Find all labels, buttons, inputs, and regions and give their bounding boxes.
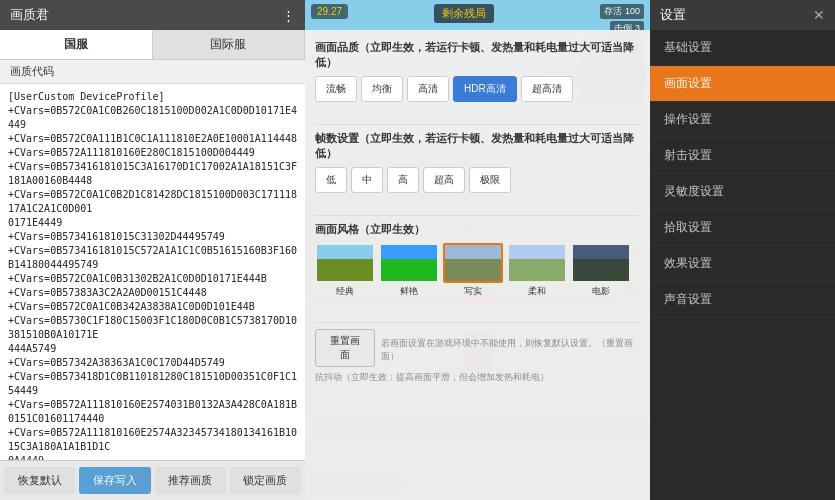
tab-domestic[interactable]: 国服 — [0, 30, 153, 59]
antishake-title: 抗抖动（立即生效：提高画面平滑，但会增加发热和耗电） — [315, 371, 640, 384]
fps-ultra[interactable]: 超高 — [423, 167, 465, 193]
style-cinema-label: 电影 — [592, 285, 610, 298]
settings-header: 设置 ✕ — [650, 0, 835, 30]
style-vivid-label: 鲜艳 — [400, 285, 418, 298]
bottom-buttons: 恢复默认 保存写入 推荐画质 锁定画质 — [0, 460, 305, 500]
nav-sound[interactable]: 声音设置 — [650, 282, 835, 318]
code-area[interactable]: [UserCustom DeviceProfile] +CVars=0B572C… — [0, 84, 305, 460]
code-section-label: 画质代码 — [0, 60, 305, 84]
fps-high[interactable]: 高 — [387, 167, 419, 193]
settings-title: 设置 — [660, 6, 686, 24]
style-soft[interactable]: 柔和 — [507, 243, 567, 298]
style-realistic-thumb[interactable] — [443, 243, 503, 283]
left-tabs: 国服 国际服 — [0, 30, 305, 60]
divider-2 — [315, 215, 640, 216]
style-cinema-thumb[interactable] — [571, 243, 631, 283]
nav-pickup[interactable]: 拾取设置 — [650, 210, 835, 246]
nav-basic[interactable]: 基础设置 — [650, 30, 835, 66]
hud-score: 29.27 — [311, 4, 348, 19]
settings-close-icon[interactable]: ✕ — [813, 7, 825, 23]
restore-button[interactable]: 恢复默认 — [4, 467, 75, 494]
framerate-section: 帧数设置（立即生效，若运行卡顿、发热量和耗电量过大可适当降低） 低 中 高 超高… — [315, 131, 640, 199]
nav-graphics[interactable]: 画面设置 — [650, 66, 835, 102]
left-header: 画质君 ⋮ — [0, 0, 305, 30]
nav-effects[interactable]: 效果设置 — [650, 246, 835, 282]
style-realistic[interactable]: 写实 — [443, 243, 503, 298]
style-classic-label: 经典 — [336, 285, 354, 298]
framerate-options: 低 中 高 超高 极限 — [315, 167, 640, 193]
style-vivid[interactable]: 鲜艳 — [379, 243, 439, 298]
divider-3 — [315, 322, 640, 323]
tab-international[interactable]: 国际服 — [153, 30, 306, 59]
quality-smooth[interactable]: 流畅 — [315, 76, 357, 102]
quality-section-title: 画面品质（立即生效，若运行卡顿、发热量和耗电量过大可适当降低） — [315, 40, 640, 70]
divider-1 — [315, 124, 640, 125]
nav-sensitivity[interactable]: 灵敏度设置 — [650, 174, 835, 210]
fps-extreme[interactable]: 极限 — [469, 167, 511, 193]
antishake-section: 重置画面 若画面设置在游戏环境中不能使用，则恢复默认设置。（重置画面） 抗抖动（… — [315, 329, 640, 390]
alive-stat: 存活 100 — [600, 4, 644, 19]
reset-button[interactable]: 重置画面 — [315, 329, 375, 367]
graphics-overlay: 画面品质（立即生效，若运行卡顿、发热量和耗电量过大可适当降低） 流畅 均衡 高清… — [305, 30, 650, 500]
style-cinema[interactable]: 电影 — [571, 243, 631, 298]
quality-hd[interactable]: 高清 — [407, 76, 449, 102]
left-panel: 画质君 ⋮ 国服 国际服 画质代码 [UserCustom DeviceProf… — [0, 0, 305, 500]
style-classic-thumb[interactable] — [315, 243, 375, 283]
style-classic[interactable]: 经典 — [315, 243, 375, 298]
save-button[interactable]: 保存写入 — [79, 467, 150, 494]
hud-timer: 剩余残局 — [434, 4, 494, 23]
antishake-row: 重置画面 若画面设置在游戏环境中不能使用，则恢复默认设置。（重置画面） — [315, 329, 640, 367]
quality-section: 画面品质（立即生效，若运行卡顿、发热量和耗电量过大可适当降低） 流畅 均衡 高清… — [315, 40, 640, 108]
recommend-button[interactable]: 推荐画质 — [155, 467, 226, 494]
style-realistic-label: 写实 — [464, 285, 482, 298]
fps-low[interactable]: 低 — [315, 167, 347, 193]
fps-value: 29.27 — [317, 6, 342, 17]
lock-button[interactable]: 锁定画质 — [230, 467, 301, 494]
settings-nav: 基础设置 画面设置 操作设置 射击设置 灵敏度设置 拾取设置 效果设置 声音设置 — [650, 30, 835, 318]
nav-aim[interactable]: 射击设置 — [650, 138, 835, 174]
quality-hdr[interactable]: HDR高清 — [453, 76, 517, 102]
style-vivid-thumb[interactable] — [379, 243, 439, 283]
style-section: 画面风格（立即生效） 经典 鲜艳 写实 — [315, 222, 640, 306]
style-soft-label: 柔和 — [528, 285, 546, 298]
reset-note: 若画面设置在游戏环境中不能使用，则恢复默认设置。（重置画面） — [381, 337, 640, 363]
nav-controls[interactable]: 操作设置 — [650, 102, 835, 138]
framerate-section-title: 帧数设置（立即生效，若运行卡顿、发热量和耗电量过大可适当降低） — [315, 131, 640, 161]
style-section-title: 画面风格（立即生效） — [315, 222, 640, 237]
quality-options: 流畅 均衡 高清 HDR高清 超高清 — [315, 76, 640, 102]
more-icon[interactable]: ⋮ — [282, 8, 295, 23]
app-title: 画质君 — [10, 6, 49, 24]
quality-balanced[interactable]: 均衡 — [361, 76, 403, 102]
style-previews: 经典 鲜艳 写实 柔和 — [315, 243, 640, 298]
quality-ultra[interactable]: 超高清 — [521, 76, 573, 102]
right-panel: 设置 ✕ 基础设置 画面设置 操作设置 射击设置 灵敏度设置 拾取设置 效果设置… — [650, 0, 835, 500]
style-soft-thumb[interactable] — [507, 243, 567, 283]
fps-medium[interactable]: 中 — [351, 167, 383, 193]
